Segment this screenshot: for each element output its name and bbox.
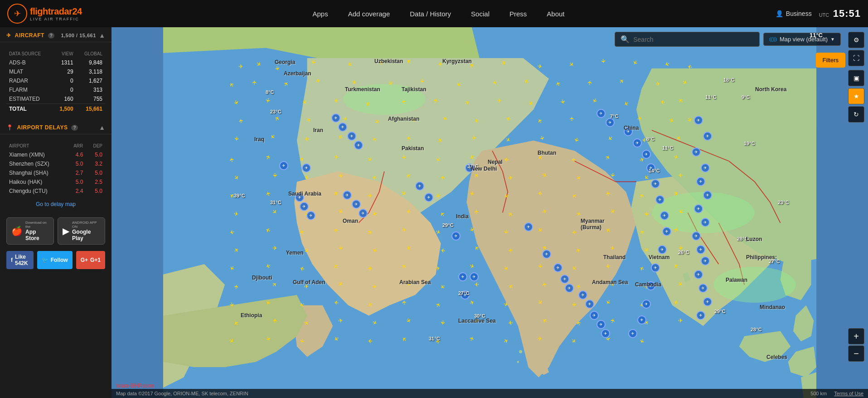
airport-delays-data: AIRPORT ARR DEP Xiamen (XMN)4.65.0Shenzh… [0, 134, 112, 213]
table-row: ADS-B13119,848 [6, 58, 105, 67]
table-row: Shanghai (SHA)2.75.0 [6, 168, 105, 177]
logo-area[interactable]: ✈ flightradar24 LIVE AIR TRAFFIC [7, 4, 116, 24]
nav-item-social[interactable]: Social [461, 0, 499, 27]
header: ✈ flightradar24 LIVE AIR TRAFFIC AppsAdd… [0, 0, 868, 27]
googleplus-button[interactable]: G+ G+1 [76, 251, 105, 269]
nav-item-about[interactable]: About [537, 0, 574, 27]
aircraft-table: DATA SOURCE VIEW GLOBAL ADS-B13119,848ML… [6, 49, 105, 114]
fullscreen-button[interactable]: ⛶ [848, 50, 864, 66]
search-input[interactable] [633, 36, 754, 43]
watermark: team-BHP.com [116, 383, 154, 389]
table-row: Shenzhen (SZX)5.03.2 [6, 159, 105, 168]
search-bar[interactable]: 🔍 [615, 32, 760, 47]
nav-item-press[interactable]: Press [499, 0, 537, 27]
refresh-button[interactable]: ↻ [848, 106, 864, 123]
fullscreen-icon: ⛶ [853, 54, 859, 62]
filter-toggle-button[interactable]: ▣ [848, 70, 864, 86]
utc-display: UTC 15:51 [819, 8, 861, 20]
plane-icon: ✈ [6, 32, 11, 39]
table-row: MLAT293,118 [6, 67, 105, 76]
star-button[interactable]: ★ [848, 88, 864, 104]
airport-delays-table: AIRPORT ARR DEP Xiamen (XMN)4.65.0Shenzh… [6, 142, 105, 196]
pin-icon: 📍 [6, 124, 14, 131]
table-row: RADAR01,627 [6, 76, 105, 85]
map-right-controls: ⚙ ⛶ ▣ ★ ↻ [848, 32, 864, 123]
logo-text: flightradar24 LIVE AIR TRAFFIC [30, 6, 82, 21]
corner-temperature: 11°C [810, 32, 823, 39]
map-container[interactable]: ✈✈✈✈✈✈✈✈✈✈✈✈✈✈✈✈✈✈✈✈✈✈✈✈✈✈✈✈✈✈✈✈✈✈✈✈✈✈✈✈… [112, 27, 868, 398]
facebook-icon: f [11, 257, 13, 263]
social-buttons: f Like 542K 🐦 Follow G+ G+1 [0, 249, 112, 274]
googleplay-button[interactable]: ▶ ANDROID APP ON Google Play [58, 217, 105, 245]
aircraft-chevron[interactable]: ▲ [99, 32, 105, 39]
filters-button[interactable]: Filters [816, 53, 845, 68]
settings-button[interactable]: ⚙ [848, 32, 864, 48]
aircraft-data: DATA SOURCE VIEW GLOBAL ADS-B13119,848ML… [0, 42, 112, 119]
delay-map-link[interactable]: Go to delay map [6, 198, 105, 210]
map-view-button[interactable]: (())) Map view (default) ▼ [763, 33, 841, 46]
chevron-down-icon: ▼ [830, 37, 835, 42]
googleplus-icon: G+ [81, 257, 88, 263]
svg-point-1 [519, 350, 522, 353]
nav-item-apps[interactable]: Apps [302, 0, 338, 27]
zoom-controls: + − [848, 328, 864, 362]
gear-icon: ⚙ [853, 36, 859, 44]
radio-icon: (())) [769, 37, 777, 42]
twitter-icon: 🐦 [42, 257, 48, 263]
logo-subtitle: LIVE AIR TRAFFIC [30, 17, 82, 21]
facebook-button[interactable]: f Like 542K [6, 251, 34, 269]
airport-delays-section-header: 📍 AIRPORT DELAYS ? ▲ [0, 119, 112, 134]
refresh-icon: ↻ [853, 111, 859, 118]
table-row: FLARM0313 [6, 85, 105, 94]
aircraft-section-header: ✈ AIRCRAFT ? 1,500 / 15,661 ▲ [0, 27, 112, 42]
table-row: Haikou (HAK)5.02.5 [6, 177, 105, 187]
minus-icon: − [853, 349, 859, 359]
table-row: Chengdu (CTU)2.45.0 [6, 187, 105, 196]
logo-icon: ✈ [7, 4, 27, 24]
map-top-controls: 🔍 (())) Map view (default) ▼ [615, 32, 841, 47]
twitter-button[interactable]: 🐦 Follow [37, 251, 73, 269]
filter-icon: ▣ [853, 74, 859, 82]
svg-point-2 [517, 361, 519, 363]
search-icon: 🔍 [621, 35, 630, 44]
zoom-out-button[interactable]: − [848, 345, 864, 362]
nav-item-add-coverage[interactable]: Add coverage [338, 0, 400, 27]
map-svg [112, 27, 868, 398]
apple-icon: 🍎 [11, 226, 23, 236]
airport-delays-title: 📍 AIRPORT DELAYS ? [6, 124, 78, 131]
filters-panel: Filters [816, 53, 845, 68]
delays-chevron[interactable]: ▲ [99, 124, 105, 131]
main-nav: AppsAdd coverageData / HistorySocialPres… [116, 0, 761, 27]
aircraft-title: ✈ AIRCRAFT ? 1,500 / 15,661 [6, 32, 99, 39]
logo-name: flightradar24 [30, 6, 82, 17]
android-icon: ▶ [63, 226, 69, 236]
sidebar: ✈ AIRCRAFT ? 1,500 / 15,661 ▲ DATA SOURC… [0, 27, 112, 398]
star-icon: ★ [853, 93, 859, 100]
business-button[interactable]: 👤 Business [776, 10, 812, 17]
zoom-in-button[interactable]: + [848, 328, 864, 344]
table-row: ESTIMATED160755 [6, 94, 105, 104]
app-store-buttons: 🍎 Download on the App Store ▶ ANDROID AP… [0, 213, 112, 249]
user-icon: 👤 [776, 10, 783, 17]
nav-item-data---history[interactable]: Data / History [400, 0, 461, 27]
appstore-button[interactable]: 🍎 Download on the App Store [6, 217, 54, 245]
plus-icon: + [853, 331, 859, 342]
svg-point-4 [652, 192, 755, 233]
header-right: 👤 Business UTC 15:51 [761, 8, 861, 20]
map-bottom-bar: Map data ©2017 Google, ORION-ME, SK tele… [112, 389, 868, 398]
svg-point-3 [343, 84, 426, 115]
svg-point-5 [713, 267, 796, 303]
table-row: Xiamen (XMN)4.65.0 [6, 150, 105, 159]
